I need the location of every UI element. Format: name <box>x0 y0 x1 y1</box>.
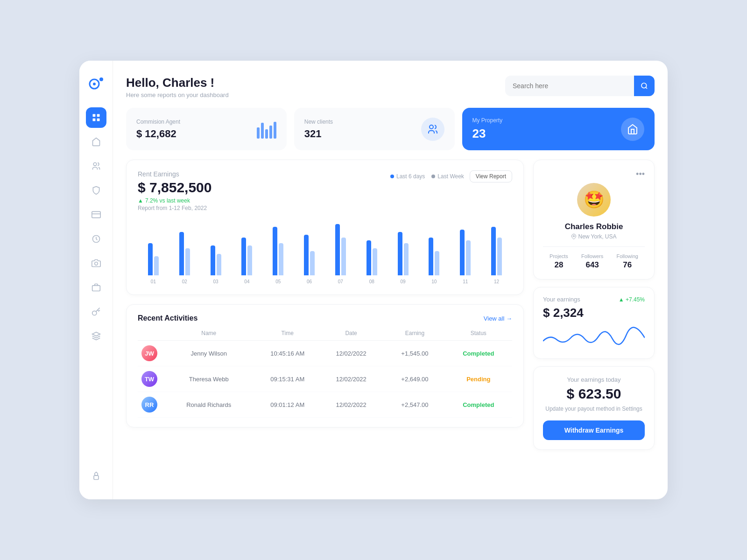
svg-point-11 <box>94 262 98 266</box>
view-report-button[interactable]: View Report <box>470 170 512 182</box>
bar-label: 04 <box>244 279 249 284</box>
bar-label: 08 <box>369 279 374 284</box>
search-icon <box>641 82 648 90</box>
bar-group: 05 <box>262 219 294 284</box>
clients-icon <box>421 118 444 141</box>
row-date: 12/02/2022 <box>321 376 381 383</box>
svg-marker-14 <box>92 332 100 336</box>
sidebar-item-shield[interactable] <box>86 180 106 201</box>
bar-secondary <box>435 251 439 275</box>
projects-label: Projects <box>550 253 568 259</box>
sidebar-item-card[interactable] <box>86 204 106 225</box>
bar-secondary <box>497 238 502 275</box>
bar-group: 08 <box>356 219 388 284</box>
activities-header: Recent Activities View all → <box>138 314 512 322</box>
profile-stats: Projects 28 Followers 643 Following 76 <box>543 246 645 270</box>
mini-bar <box>269 126 272 139</box>
sidebar-item-camera[interactable] <box>86 253 106 273</box>
bar-group: 11 <box>450 219 481 284</box>
header-title: Hello, Charles ! Here some reports on yo… <box>126 76 229 98</box>
followers-value: 643 <box>581 260 603 270</box>
commission-info: Commision Agent $ 12,682 <box>136 119 180 140</box>
location-text: New York, USA <box>578 233 616 240</box>
earnings-mini-amount: $ 2,324 <box>543 306 645 320</box>
svg-rect-6 <box>97 119 99 121</box>
bar-pair <box>241 219 252 275</box>
table-row: JWJenny Wilson10:45:16 AM12/02/2022+1,54… <box>138 341 512 366</box>
sidebar-item-joystick[interactable] <box>86 466 106 486</box>
sidebar-item-key[interactable] <box>86 301 106 322</box>
row-date: 12/02/2022 <box>321 401 381 408</box>
status-badge: Completed <box>449 401 508 408</box>
bar-pair <box>211 219 221 275</box>
bar-secondary <box>247 245 252 275</box>
svg-point-18 <box>641 83 647 88</box>
bar-secondary <box>217 254 221 275</box>
earnings-title: Rent Earnings <box>138 170 211 178</box>
profile-name: Charles Robbie <box>543 222 645 231</box>
subtitle: Here some reports on your dashboard <box>126 91 229 98</box>
bar-pair <box>304 219 315 275</box>
row-time: 10:45:16 AM <box>258 350 317 357</box>
bar-primary <box>398 232 402 275</box>
legend-dot-secondary <box>431 175 435 178</box>
earnings-amount: $ 7,852,500 <box>138 180 211 196</box>
bar-primary <box>335 224 340 275</box>
bar-group: 03 <box>200 219 232 284</box>
bar-group: 02 <box>169 219 200 284</box>
row-name: Jenny Wilson <box>164 350 254 357</box>
bar-group: 12 <box>481 219 512 284</box>
chart-legend: Last 6 days Last Week <box>390 173 464 180</box>
svg-rect-3 <box>92 114 95 117</box>
today-amount: $ 623.50 <box>543 386 645 402</box>
bar-primary <box>460 230 465 275</box>
sidebar-item-clock[interactable] <box>86 229 106 249</box>
avatar-emoji: 🤩 <box>584 190 605 210</box>
more-options-icon[interactable]: ••• <box>636 169 645 179</box>
sidebar <box>79 61 113 499</box>
bar-secondary <box>466 240 471 275</box>
search-button[interactable] <box>634 76 655 96</box>
row-earning: +2,547.00 <box>385 401 444 408</box>
search-input[interactable] <box>505 77 634 95</box>
property-label: My Property <box>472 117 503 124</box>
svg-rect-15 <box>94 476 99 479</box>
legend-lastweek-label: Last Week <box>437 173 464 180</box>
row-date: 12/02/2022 <box>321 350 381 357</box>
bar-label: 06 <box>307 279 312 284</box>
sidebar-item-home[interactable] <box>86 132 106 152</box>
main-content: Hello, Charles ! Here some reports on yo… <box>113 61 668 499</box>
earnings-chart-card: Rent Earnings $ 7,852,500 ▲ 7.2% vs last… <box>126 160 524 295</box>
row-time: 09:01:12 AM <box>258 401 317 408</box>
bar-primary <box>241 238 246 275</box>
earnings-mini-card: Your earnings ▲ +7.45% $ 2,324 <box>533 287 655 359</box>
bar-pair <box>148 219 159 275</box>
today-label: Your earnings today <box>543 376 645 383</box>
sidebar-item-layers[interactable] <box>86 326 106 346</box>
row-time: 09:15:31 AM <box>258 376 317 383</box>
view-all-link[interactable]: View all → <box>484 315 512 322</box>
search-bar <box>505 76 655 96</box>
bar-label: 03 <box>213 279 218 284</box>
bar-label: 02 <box>182 279 187 284</box>
bar-group: 09 <box>388 219 419 284</box>
svg-point-7 <box>93 163 97 166</box>
bar-secondary <box>279 243 283 275</box>
bar-primary <box>179 232 184 275</box>
col-earning: Earning <box>385 330 444 336</box>
withdraw-button[interactable]: Withdraw Earnings <box>543 420 645 440</box>
bar-secondary <box>185 248 190 275</box>
sidebar-item-users[interactable] <box>86 156 106 176</box>
bar-group: 07 <box>325 219 356 284</box>
avatar: JW <box>141 345 157 361</box>
sidebar-item-briefcase[interactable] <box>86 277 106 298</box>
bar-label: 10 <box>431 279 437 284</box>
activities-title: Recent Activities <box>138 314 197 322</box>
bar-primary <box>211 245 215 275</box>
bar-pair <box>460 219 471 275</box>
svg-point-1 <box>93 83 96 85</box>
sidebar-item-grid[interactable] <box>86 107 106 128</box>
bar-label: 11 <box>463 279 468 284</box>
app-container: Hello, Charles ! Here some reports on yo… <box>79 61 668 499</box>
clients-card: New clients 321 <box>294 108 455 150</box>
